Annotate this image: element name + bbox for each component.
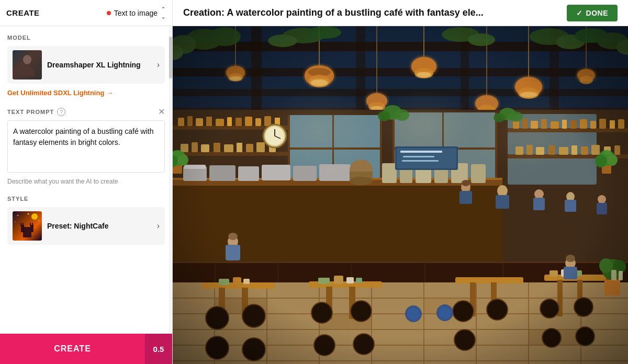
model-section-label: MODEL (7, 35, 165, 41)
prompt-section: TEXT PROMPT ? ✕ A watercolor painting of… (7, 108, 165, 185)
svg-rect-9 (30, 223, 31, 226)
svg-rect-253 (400, 151, 442, 153)
create-cost-button[interactable]: 0.5 (145, 334, 172, 364)
svg-point-261 (509, 111, 523, 122)
top-bar: CREATE Text to image ⌃⌄ Creation: A wate… (0, 0, 628, 26)
prompt-header: TEXT PROMPT ? ✕ (7, 108, 165, 116)
model-thumbnail (13, 50, 42, 79)
svg-point-268 (595, 155, 607, 167)
upgrade-link[interactable]: Get Unlimited SDXL Lightning → (7, 89, 113, 97)
svg-point-12 (17, 215, 18, 216)
svg-point-265 (178, 154, 188, 166)
prompt-section-label: TEXT PROMPT (7, 109, 54, 115)
svg-rect-6 (30, 225, 33, 232)
chevron-updown-icon: ⌃⌄ (161, 6, 166, 20)
style-card[interactable]: Preset: NightCafe › (7, 207, 165, 245)
svg-point-258 (395, 109, 409, 121)
help-icon[interactable]: ? (57, 108, 65, 116)
svg-rect-8 (23, 223, 24, 226)
top-bar-left: CREATE Text to image ⌃⌄ (0, 0, 173, 26)
style-section: STYLE (7, 196, 165, 245)
svg-rect-2 (13, 50, 42, 79)
close-icon[interactable]: ✕ (158, 108, 165, 116)
model-chevron-icon: › (157, 60, 160, 70)
sidebar-scroll[interactable]: MODEL (0, 26, 172, 364)
sidebar-scrollbar-thumb (169, 37, 172, 78)
image-area (173, 26, 628, 364)
style-section-label: STYLE (7, 196, 165, 202)
text-to-image-button[interactable]: Text to image ⌃⌄ (107, 6, 166, 20)
create-label: CREATE (6, 8, 40, 17)
checkmark-icon: ✓ (576, 9, 583, 17)
model-info: Dreamshaper XL Lightning (47, 60, 152, 70)
prompt-textarea[interactable]: A watercolor painting of a bustling café… (7, 120, 165, 173)
sidebar: MODEL (0, 26, 173, 364)
svg-point-257 (378, 111, 390, 121)
style-info: Preset: NightCafe (47, 222, 152, 230)
model-section: MODEL (7, 35, 165, 97)
svg-point-14 (38, 220, 39, 221)
svg-rect-246 (173, 26, 628, 364)
svg-rect-5 (21, 225, 24, 232)
sidebar-scrollbar (169, 26, 172, 364)
model-name: Dreamshaper XL Lightning (47, 60, 152, 70)
prompt-label-row: TEXT PROMPT ? (7, 108, 65, 116)
svg-point-260 (494, 113, 505, 122)
done-button[interactable]: ✓ DONE (567, 5, 618, 21)
creation-title: Creation: A watercolor painting of a bus… (183, 7, 567, 18)
prompt-hint: Describe what you want the AI to create (7, 178, 165, 185)
main-content: MODEL (0, 26, 628, 364)
svg-rect-10 (32, 223, 33, 226)
style-chevron-icon: › (157, 221, 160, 231)
done-label: DONE (586, 9, 608, 17)
create-main-button[interactable]: CREATE (0, 334, 145, 364)
svg-point-269 (607, 154, 618, 166)
svg-point-11 (31, 213, 38, 220)
style-name: Preset: NightCafe (47, 222, 152, 230)
red-dot-icon (107, 11, 111, 15)
svg-rect-7 (20, 223, 21, 226)
upgrade-link-text: Get Unlimited SDXL Lightning (7, 89, 104, 97)
svg-rect-254 (403, 156, 434, 157)
cafe-generated-image (173, 26, 628, 364)
svg-rect-255 (402, 160, 439, 162)
create-button-bar: CREATE 0.5 (0, 334, 172, 364)
svg-point-15 (15, 221, 16, 222)
top-bar-right: Creation: A watercolor painting of a bus… (173, 5, 628, 21)
text-to-image-label: Text to image (114, 9, 158, 17)
style-thumbnail (13, 211, 42, 241)
upgrade-arrow-icon: → (106, 89, 113, 97)
model-card[interactable]: Dreamshaper XL Lightning › (7, 46, 165, 84)
svg-point-13 (28, 213, 29, 214)
svg-rect-4 (23, 227, 31, 237)
